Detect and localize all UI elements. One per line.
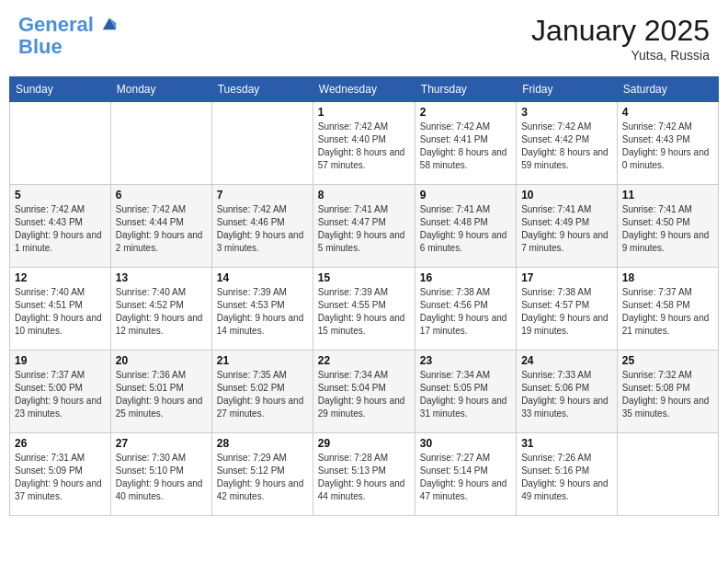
day-info: Sunrise: 7:40 AM Sunset: 4:52 PM Dayligh… (116, 286, 207, 338)
day-cell-14: 14Sunrise: 7:39 AM Sunset: 4:53 PM Dayli… (211, 268, 313, 350)
day-cell-2: 2Sunrise: 7:42 AM Sunset: 4:41 PM Daylig… (415, 102, 516, 185)
page-header: General Blue January 2025 Yutsa, Russia (9, 9, 719, 67)
empty-cell (10, 102, 111, 185)
day-cell-20: 20Sunrise: 7:36 AM Sunset: 5:01 PM Dayli… (110, 350, 211, 433)
day-info: Sunrise: 7:40 AM Sunset: 4:51 PM Dayligh… (15, 286, 106, 338)
day-cell-1: 1Sunrise: 7:42 AM Sunset: 4:40 PM Daylig… (313, 102, 415, 185)
week-row-2: 5Sunrise: 7:42 AM Sunset: 4:43 PM Daylig… (10, 185, 719, 268)
week-row-4: 19Sunrise: 7:37 AM Sunset: 5:00 PM Dayli… (10, 350, 719, 433)
day-info: Sunrise: 7:32 AM Sunset: 5:08 PM Dayligh… (622, 369, 713, 420)
week-row-5: 26Sunrise: 7:31 AM Sunset: 5:09 PM Dayli… (10, 433, 719, 516)
day-cell-28: 28Sunrise: 7:29 AM Sunset: 5:12 PM Dayli… (211, 433, 313, 516)
day-info: Sunrise: 7:38 AM Sunset: 4:56 PM Dayligh… (420, 286, 511, 338)
day-cell-11: 11Sunrise: 7:41 AM Sunset: 4:50 PM Dayli… (617, 185, 718, 268)
day-cell-25: 25Sunrise: 7:32 AM Sunset: 5:08 PM Dayli… (617, 350, 718, 433)
day-cell-31: 31Sunrise: 7:26 AM Sunset: 5:16 PM Dayli… (517, 433, 618, 516)
weekday-header-row: SundayMondayTuesdayWednesdayThursdayFrid… (10, 77, 719, 102)
day-info: Sunrise: 7:35 AM Sunset: 5:02 PM Dayligh… (217, 369, 308, 420)
day-info: Sunrise: 7:34 AM Sunset: 5:05 PM Dayligh… (420, 369, 511, 420)
day-cell-21: 21Sunrise: 7:35 AM Sunset: 5:02 PM Dayli… (211, 350, 313, 433)
day-number: 27 (116, 437, 207, 450)
day-info: Sunrise: 7:29 AM Sunset: 5:12 PM Dayligh… (217, 452, 308, 503)
day-cell-24: 24Sunrise: 7:33 AM Sunset: 5:06 PM Dayli… (517, 350, 618, 433)
day-info: Sunrise: 7:31 AM Sunset: 5:09 PM Dayligh… (15, 452, 106, 503)
logo-general: General (18, 13, 94, 36)
weekday-header-saturday: Saturday (617, 77, 718, 102)
day-number: 28 (217, 437, 308, 450)
day-number: 5 (15, 189, 106, 201)
day-number: 25 (622, 354, 713, 367)
day-cell-10: 10Sunrise: 7:41 AM Sunset: 4:49 PM Dayli… (517, 185, 618, 268)
day-info: Sunrise: 7:34 AM Sunset: 5:04 PM Dayligh… (318, 369, 410, 420)
day-cell-3: 3Sunrise: 7:42 AM Sunset: 4:42 PM Daylig… (517, 102, 618, 185)
day-number: 10 (521, 189, 612, 201)
day-number: 1 (318, 106, 410, 119)
weekday-header-tuesday: Tuesday (211, 77, 313, 102)
day-number: 19 (15, 354, 106, 367)
day-number: 3 (521, 106, 612, 119)
logo: General Blue (18, 14, 118, 58)
day-cell-29: 29Sunrise: 7:28 AM Sunset: 5:13 PM Dayli… (313, 433, 415, 516)
week-row-1: 1Sunrise: 7:42 AM Sunset: 4:40 PM Daylig… (10, 102, 719, 185)
day-info: Sunrise: 7:37 AM Sunset: 4:58 PM Dayligh… (622, 286, 713, 338)
day-number: 30 (420, 437, 511, 450)
week-row-3: 12Sunrise: 7:40 AM Sunset: 4:51 PM Dayli… (10, 268, 719, 350)
day-cell-8: 8Sunrise: 7:41 AM Sunset: 4:47 PM Daylig… (313, 185, 415, 268)
day-cell-23: 23Sunrise: 7:34 AM Sunset: 5:05 PM Dayli… (415, 350, 516, 433)
empty-cell (110, 102, 211, 185)
day-number: 7 (217, 189, 308, 201)
day-cell-30: 30Sunrise: 7:27 AM Sunset: 5:14 PM Dayli… (415, 433, 516, 516)
day-number: 31 (521, 437, 612, 450)
calendar-table: SundayMondayTuesdayWednesdayThursdayFrid… (9, 76, 719, 516)
day-info: Sunrise: 7:42 AM Sunset: 4:42 PM Dayligh… (521, 121, 612, 172)
day-info: Sunrise: 7:41 AM Sunset: 4:50 PM Dayligh… (622, 203, 713, 255)
empty-cell (617, 433, 718, 516)
day-number: 11 (622, 189, 713, 201)
day-number: 22 (318, 354, 410, 367)
day-cell-9: 9Sunrise: 7:41 AM Sunset: 4:48 PM Daylig… (415, 185, 516, 268)
day-cell-4: 4Sunrise: 7:42 AM Sunset: 4:43 PM Daylig… (617, 102, 718, 185)
day-cell-18: 18Sunrise: 7:37 AM Sunset: 4:58 PM Dayli… (617, 268, 718, 350)
day-info: Sunrise: 7:42 AM Sunset: 4:43 PM Dayligh… (622, 121, 713, 172)
day-info: Sunrise: 7:36 AM Sunset: 5:01 PM Dayligh… (116, 369, 207, 420)
day-cell-19: 19Sunrise: 7:37 AM Sunset: 5:00 PM Dayli… (10, 350, 111, 433)
day-cell-27: 27Sunrise: 7:30 AM Sunset: 5:10 PM Dayli… (110, 433, 211, 516)
day-cell-16: 16Sunrise: 7:38 AM Sunset: 4:56 PM Dayli… (415, 268, 516, 350)
day-cell-26: 26Sunrise: 7:31 AM Sunset: 5:09 PM Dayli… (10, 433, 111, 516)
day-number: 14 (217, 271, 308, 284)
day-info: Sunrise: 7:27 AM Sunset: 5:14 PM Dayligh… (420, 452, 511, 503)
empty-cell (211, 102, 313, 185)
logo-icon (101, 15, 118, 31)
month-title: January 2025 (531, 14, 710, 48)
day-number: 29 (318, 437, 410, 450)
day-cell-15: 15Sunrise: 7:39 AM Sunset: 4:55 PM Dayli… (313, 268, 415, 350)
day-number: 12 (15, 271, 106, 284)
day-info: Sunrise: 7:41 AM Sunset: 4:49 PM Dayligh… (521, 203, 612, 255)
day-number: 26 (15, 437, 106, 450)
weekday-header-wednesday: Wednesday (313, 77, 415, 102)
day-number: 17 (521, 271, 612, 284)
day-number: 18 (622, 271, 713, 284)
day-number: 2 (420, 106, 511, 119)
day-info: Sunrise: 7:42 AM Sunset: 4:43 PM Dayligh… (15, 203, 106, 255)
day-info: Sunrise: 7:41 AM Sunset: 4:47 PM Dayligh… (318, 203, 410, 255)
day-number: 9 (420, 189, 511, 201)
day-info: Sunrise: 7:30 AM Sunset: 5:10 PM Dayligh… (116, 452, 207, 503)
day-info: Sunrise: 7:42 AM Sunset: 4:41 PM Dayligh… (420, 121, 511, 172)
day-number: 6 (116, 189, 207, 201)
location: Yutsa, Russia (531, 48, 710, 63)
day-number: 21 (217, 354, 308, 367)
day-number: 15 (318, 271, 410, 284)
day-cell-6: 6Sunrise: 7:42 AM Sunset: 4:44 PM Daylig… (110, 185, 211, 268)
logo-blue: Blue (18, 35, 63, 58)
day-cell-12: 12Sunrise: 7:40 AM Sunset: 4:51 PM Dayli… (10, 268, 111, 350)
day-info: Sunrise: 7:26 AM Sunset: 5:16 PM Dayligh… (521, 452, 612, 503)
weekday-header-friday: Friday (517, 77, 618, 102)
day-cell-7: 7Sunrise: 7:42 AM Sunset: 4:46 PM Daylig… (211, 185, 313, 268)
calendar-header: SundayMondayTuesdayWednesdayThursdayFrid… (10, 77, 719, 102)
weekday-header-monday: Monday (110, 77, 211, 102)
day-info: Sunrise: 7:42 AM Sunset: 4:40 PM Dayligh… (318, 121, 410, 172)
weekday-header-thursday: Thursday (415, 77, 516, 102)
day-number: 13 (116, 271, 207, 284)
day-cell-5: 5Sunrise: 7:42 AM Sunset: 4:43 PM Daylig… (10, 185, 111, 268)
